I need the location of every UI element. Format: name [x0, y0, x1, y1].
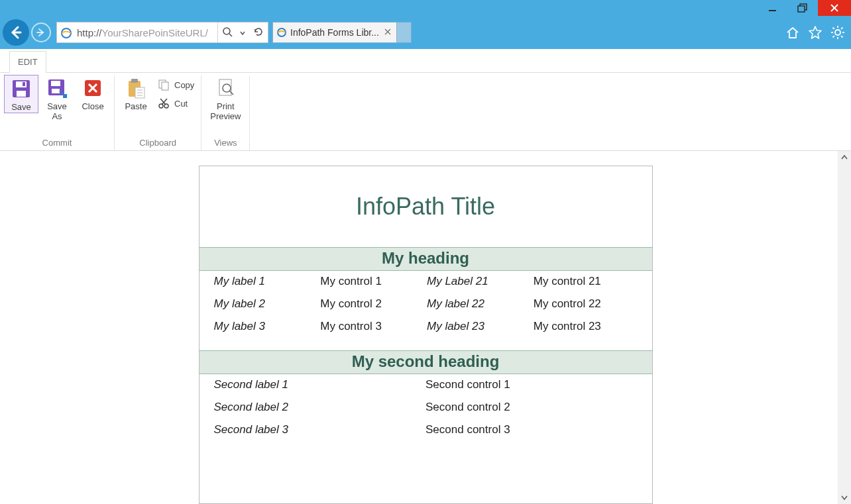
- minimize-button[interactable]: [757, 0, 787, 16]
- svg-rect-24: [17, 91, 26, 97]
- save-label: Save: [11, 103, 31, 113]
- svg-rect-40: [162, 82, 168, 90]
- ribbon-body: Save Save As Close Commit: [0, 73, 851, 151]
- save-button[interactable]: Save: [4, 75, 38, 113]
- search-icon[interactable]: [222, 26, 233, 39]
- svg-point-7: [62, 28, 71, 38]
- cut-button[interactable]: Cut: [154, 95, 197, 111]
- content-area: InfoPath Title My heading My label 1 My …: [0, 151, 851, 504]
- save-as-icon: [46, 77, 68, 99]
- tab-title: InfoPath Forms Libr...: [288, 27, 382, 38]
- field-label: Second label 1: [214, 378, 426, 391]
- home-icon[interactable]: [785, 25, 801, 40]
- field-label: Second label 2: [214, 401, 426, 414]
- copy-icon: [157, 78, 170, 91]
- field-label: My Label 21: [427, 275, 531, 288]
- paste-icon: [125, 77, 147, 99]
- save-as-button[interactable]: Save As: [40, 76, 74, 122]
- svg-rect-2: [798, 6, 805, 12]
- copy-label: Copy: [174, 80, 194, 90]
- dropdown-icon[interactable]: [240, 27, 245, 38]
- group-label-views: Views: [205, 138, 245, 150]
- save-as-label: Save As: [47, 102, 67, 122]
- section-1-grid: My label 1 My control 1 My Label 21 My c…: [199, 271, 652, 350]
- close-window-button[interactable]: [818, 0, 851, 16]
- form-section-2: My second heading Second label 1 Second …: [199, 350, 652, 450]
- browser-tab[interactable]: InfoPath Forms Libr...: [272, 22, 397, 43]
- field-label: My label 1: [214, 275, 318, 288]
- tab-close-icon[interactable]: [382, 27, 394, 38]
- window-chrome: [0, 0, 851, 16]
- svg-point-41: [159, 104, 163, 108]
- ie-tab-icon: [276, 26, 288, 40]
- svg-rect-45: [219, 79, 231, 95]
- address-bar[interactable]: http://YourSharePoinSiteURL/: [56, 22, 268, 43]
- cut-icon: [157, 97, 170, 110]
- scrollbar[interactable]: [838, 151, 851, 504]
- copy-button[interactable]: Copy: [154, 77, 197, 93]
- field-control[interactable]: Second control 3: [426, 423, 638, 436]
- form-section-1: My heading My label 1 My control 1 My La…: [199, 247, 652, 350]
- browser-toolbar: http://YourSharePoinSiteURL/ InfoPath Fo…: [0, 16, 851, 49]
- restore-button[interactable]: [787, 0, 818, 16]
- svg-rect-28: [52, 89, 60, 93]
- favorites-icon[interactable]: [807, 25, 823, 40]
- field-control[interactable]: My control 3: [320, 320, 424, 333]
- close-button[interactable]: Close: [76, 76, 110, 112]
- back-button[interactable]: [3, 19, 29, 46]
- field-control[interactable]: My control 1: [320, 275, 424, 288]
- svg-point-29: [63, 94, 67, 98]
- section-1-heading: My heading: [199, 247, 652, 271]
- browser-tools: [785, 16, 846, 49]
- svg-rect-25: [23, 82, 25, 86]
- address-text: http://YourSharePoinSiteURL/: [76, 27, 217, 38]
- ribbon-group-clipboard: Paste Copy Cut Clipboard: [115, 76, 201, 150]
- ribbon-tab-row: EDIT: [0, 49, 851, 73]
- scroll-down-icon[interactable]: [838, 491, 851, 504]
- svg-line-9: [229, 34, 232, 36]
- svg-line-19: [841, 36, 842, 37]
- group-label-commit: Commit: [4, 138, 110, 150]
- paste-button[interactable]: Paste: [119, 76, 153, 112]
- field-label: My label 23: [427, 320, 531, 333]
- group-label-clipboard: Clipboard: [119, 138, 197, 150]
- svg-line-18: [833, 28, 834, 29]
- field-control[interactable]: My control 2: [320, 297, 424, 311]
- print-preview-button[interactable]: Print Preview: [205, 76, 245, 122]
- close-icon: [82, 77, 104, 99]
- ribbon-group-commit: Save Save As Close Commit: [0, 76, 115, 150]
- svg-point-13: [835, 30, 840, 35]
- ribbon-tab-edit[interactable]: EDIT: [9, 51, 46, 73]
- field-label: My label 3: [214, 320, 318, 333]
- svg-line-21: [833, 36, 834, 37]
- field-control[interactable]: My control 23: [534, 320, 638, 333]
- cut-label: Cut: [174, 99, 188, 109]
- svg-point-8: [223, 28, 230, 34]
- ie-page-icon: [57, 26, 76, 39]
- section-2-grid: Second label 1 Second control 1 Second l…: [199, 374, 652, 450]
- field-control[interactable]: My control 22: [534, 297, 638, 311]
- address-actions: [217, 23, 268, 42]
- settings-icon[interactable]: [830, 25, 846, 40]
- address-url: YourSharePoinSiteURL/: [102, 27, 208, 38]
- svg-rect-34: [131, 79, 138, 83]
- form-title: InfoPath Title: [199, 166, 652, 247]
- ribbon-group-views: Print Preview Views: [201, 76, 250, 150]
- infopath-form: InfoPath Title My heading My label 1 My …: [199, 166, 653, 504]
- paste-label: Paste: [125, 102, 146, 112]
- new-tab-button[interactable]: [397, 22, 412, 43]
- print-preview-icon: [214, 77, 237, 99]
- field-control[interactable]: Second control 1: [426, 378, 638, 391]
- field-label: My label 22: [427, 297, 531, 311]
- svg-rect-27: [51, 81, 60, 86]
- refresh-icon[interactable]: [253, 26, 264, 39]
- field-label: My label 2: [214, 297, 318, 311]
- forward-button[interactable]: [31, 23, 51, 42]
- field-control[interactable]: Second control 2: [426, 401, 638, 414]
- save-icon: [10, 77, 32, 100]
- print-preview-label: Print Preview: [210, 102, 241, 122]
- scroll-up-icon[interactable]: [838, 151, 851, 164]
- field-control[interactable]: My control 21: [534, 275, 638, 288]
- svg-line-20: [841, 28, 842, 29]
- svg-point-42: [164, 104, 168, 108]
